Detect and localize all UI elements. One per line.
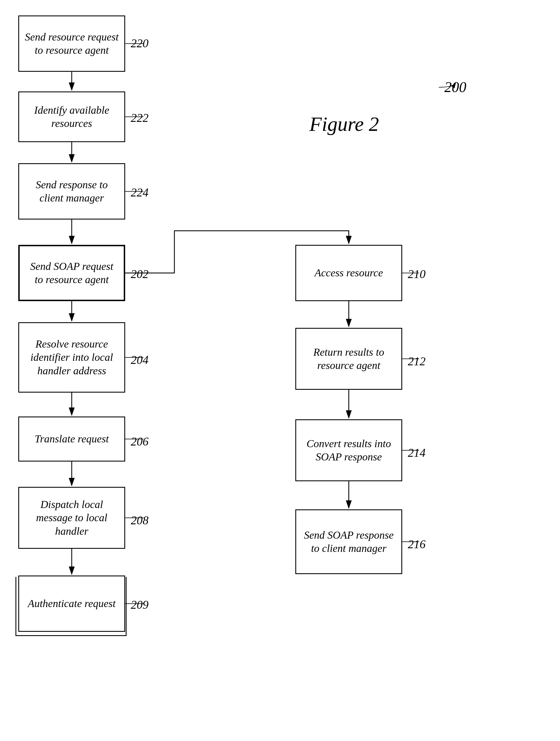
box-206: Translate request	[18, 416, 125, 462]
label-214: 214	[408, 446, 425, 460]
box-212: Return results to resource agent	[295, 328, 402, 390]
label-222: 222	[131, 111, 149, 125]
label-212: 212	[408, 355, 425, 368]
box-220: Send resource request to resource agent	[18, 15, 125, 72]
box-222: Identify available resources	[18, 91, 125, 142]
label-209: 209	[131, 598, 149, 612]
label-204: 204	[131, 353, 149, 367]
label-220: 220	[131, 37, 149, 50]
box-214: Convert results into SOAP response	[295, 419, 402, 481]
figure-label: Figure 2	[309, 113, 379, 136]
label-206: 206	[131, 435, 149, 448]
label-216: 216	[408, 538, 425, 551]
box-210: Access resource	[295, 245, 402, 301]
label-202: 202	[131, 267, 149, 281]
figure-ref: 200	[445, 79, 466, 95]
box-209: Authenticate request	[18, 576, 125, 632]
box-208: Dispatch local message to local handler	[18, 487, 125, 549]
box-224: Send response to client manager	[18, 163, 125, 219]
box-204: Resolve resource identifier into local h…	[18, 322, 125, 393]
label-210: 210	[408, 267, 425, 281]
label-224: 224	[131, 186, 149, 199]
label-208: 208	[131, 514, 149, 527]
box-216: Send SOAP response to client manager	[295, 510, 402, 574]
diagram-container: Send resource request to resource agent …	[0, 0, 560, 741]
box-202: Send SOAP request to resource agent	[18, 245, 125, 301]
